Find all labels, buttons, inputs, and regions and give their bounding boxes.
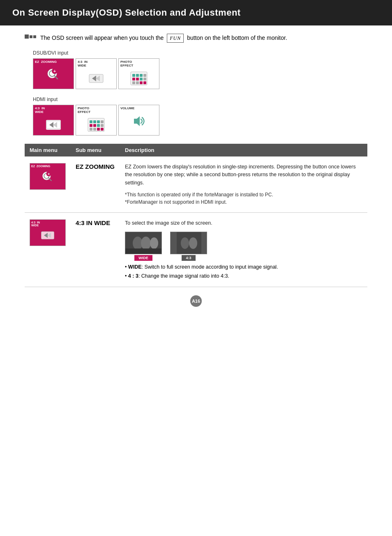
table-card-ez-zooming: EZ ZOOMING + (30, 163, 66, 190)
intro-text-before: The OSD screen will appear when you touc… (40, 35, 164, 41)
svg-rect-16 (143, 78, 146, 81)
svg-rect-50 (125, 248, 162, 254)
bullet-sq-3 (33, 35, 36, 38)
svg-text:+: + (53, 69, 56, 74)
header-description: Description (120, 144, 367, 156)
hdmi-card-volume-icon (119, 110, 159, 132)
dsub-card-ez-zooming-icon-area: + (33, 64, 74, 85)
svg-rect-12 (143, 74, 146, 77)
svg-rect-30 (93, 124, 96, 127)
intro-text-block: The OSD screen will appear when you touc… (40, 34, 287, 43)
svg-rect-13 (132, 78, 135, 81)
svg-rect-33 (90, 128, 92, 131)
arrow-icon-hdmi-svg (46, 120, 61, 129)
wide-bullet: • WIDE: Switch to full screen mode accor… (125, 263, 362, 271)
table-row-43wide: 4:3 INWIDE 4:3 IN WIDE To (25, 213, 367, 287)
hdmi-card-volume: VOLUME (118, 105, 159, 136)
zoom-icon-container: + (46, 68, 60, 82)
svg-text:+: + (48, 171, 50, 176)
table-card-ez-label: EZ ZOOMING (30, 163, 65, 168)
table-card-43-icon (30, 227, 65, 244)
svg-rect-18 (136, 81, 139, 84)
bullet-sq-2 (30, 35, 32, 38)
hdmi-card-43wide-icon (33, 114, 74, 136)
table-row-ez-zooming: EZ ZOOMING + EZ ZOOM (25, 156, 367, 213)
dsub-card-43wide-label: 4:3 INWIDE (76, 59, 116, 67)
wide-bullet-bold: WIDE (128, 264, 142, 270)
volume-svg (131, 114, 147, 128)
table-cell-ez-desc: EZ Zoom lowers the display's resolution … (120, 156, 367, 213)
svg-rect-10 (136, 74, 139, 77)
wide-screen-thumb (125, 232, 162, 254)
table-card-ez-icon: + (30, 168, 65, 186)
svg-rect-29 (90, 124, 92, 127)
hdmi-card-43wide: 4:3 INWIDE (33, 105, 74, 136)
hdmi-cards: 4:3 INWIDE PHOTOEFFECT (33, 105, 367, 136)
table-cell-43-main: 4:3 INWIDE (25, 213, 71, 287)
header-sub-menu: Sub menu (71, 144, 120, 156)
page-number-container: A16 (25, 295, 367, 307)
bullet-icons (25, 35, 37, 39)
svg-rect-25 (90, 120, 92, 123)
hdmi-section: HDMI input 4:3 INWIDE PHOTOEFF (25, 97, 367, 136)
dsub-card-photo-effect: PHOTOEFFECT (118, 58, 159, 89)
svg-rect-26 (93, 120, 96, 123)
table-zoom-svg: + (42, 171, 54, 183)
svg-rect-20 (143, 81, 146, 84)
43-thumb-svg (171, 232, 207, 254)
main-table: Main menu Sub menu Description EZ ZOOMIN… (25, 144, 367, 287)
arrow-icon (89, 74, 104, 83)
wide-bullet-text: : Switch to full screen mode according t… (142, 264, 278, 270)
table-card-43-label: 4:3 INWIDE (30, 220, 65, 227)
photo-effect-hdmi-svg (87, 117, 105, 132)
wide-thumb-svg (125, 232, 162, 254)
svg-point-54 (189, 237, 197, 249)
page-title: On Screen Display(OSD) Selection and Adj… (12, 7, 241, 18)
dsub-card-43wide-icon-area (76, 67, 116, 89)
table-arrow-svg (41, 231, 55, 239)
page-header: On Screen Display(OSD) Selection and Adj… (0, 0, 392, 25)
svg-rect-35 (97, 128, 100, 131)
svg-rect-28 (101, 120, 104, 123)
header-main-menu: Main menu (25, 144, 71, 156)
svg-point-49 (150, 237, 158, 249)
table-cell-ez-main: EZ ZOOMING + (25, 156, 71, 213)
svg-rect-34 (93, 128, 96, 131)
svg-point-48 (141, 237, 151, 250)
43-bullet-bold: 4 : 3 (128, 273, 138, 279)
hdmi-card-photo: PHOTOEFFECT (76, 105, 117, 136)
ez-zooming-note: *This function is operated only if the f… (125, 191, 362, 206)
svg-rect-32 (101, 124, 104, 127)
svg-rect-36 (101, 128, 104, 131)
svg-rect-15 (140, 78, 143, 81)
svg-rect-27 (97, 120, 100, 123)
dsub-card-43wide: 4:3 INWIDE (76, 58, 117, 89)
svg-rect-17 (132, 81, 135, 84)
43-bullet: • 4 : 3: Change the image signal ratio i… (125, 272, 362, 280)
43-label: 4:3 (182, 255, 195, 261)
arrow-icon-svg (89, 74, 104, 83)
dsub-card-photo-icon-area (119, 67, 159, 89)
dsub-card-ez-zooming-label: EZ ZOOMING (33, 59, 74, 64)
svg-rect-9 (132, 74, 135, 77)
fun-button-label: FUN (167, 34, 184, 43)
ez-zooming-submenu: EZ ZOOMING (76, 163, 115, 170)
bullet-sq-1 (25, 35, 29, 39)
page-number: A16 (190, 295, 202, 307)
dsub-card-photo-label: PHOTOEFFECT (119, 59, 159, 67)
intro-text-after: button on the left bottom of the monitor… (187, 35, 287, 41)
hdmi-card-photo-label: PHOTOEFFECT (76, 105, 116, 114)
zoom-icon-svg: + (46, 68, 60, 82)
hdmi-label: HDMI input (33, 97, 367, 102)
table-cell-43-sub: 4:3 IN WIDE (71, 213, 120, 287)
hdmi-card-photo-icon (76, 114, 116, 136)
hdmi-card-volume-label: VOLUME (119, 105, 159, 110)
43wide-desc: To select the image size of the screen. (125, 219, 362, 227)
wide-image-container: WIDE (125, 232, 162, 261)
image-thumbnails-row: WIDE 4:3 (125, 232, 362, 261)
photo-effect-svg (130, 71, 148, 86)
dsub-card-ez-zooming: EZ ZOOMING + (33, 58, 74, 89)
table-header-row: Main menu Sub menu Description (25, 144, 367, 156)
table-card-43wide: 4:3 INWIDE (30, 219, 66, 246)
svg-marker-37 (134, 116, 140, 126)
